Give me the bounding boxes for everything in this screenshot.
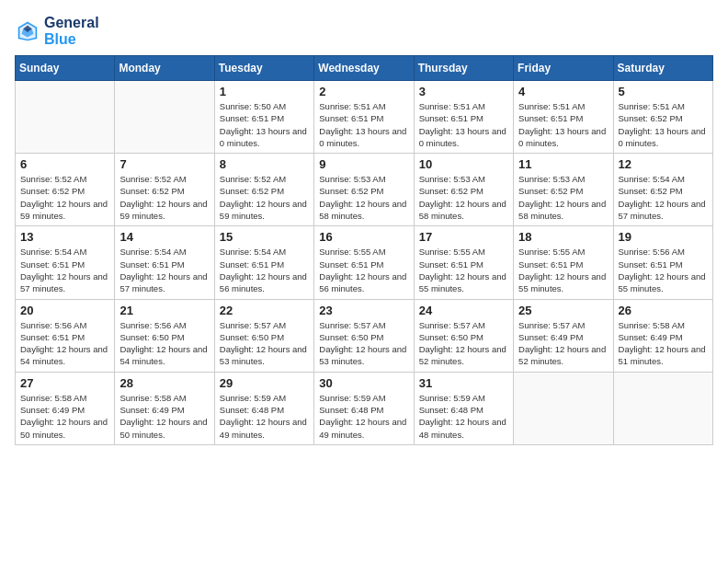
calendar-cell: 5Sunrise: 5:51 AM Sunset: 6:52 PM Daylig… (613, 81, 712, 154)
day-number: 23 (319, 304, 408, 317)
calendar-cell: 1Sunrise: 5:50 AM Sunset: 6:51 PM Daylig… (214, 81, 313, 154)
day-number: 24 (419, 304, 508, 317)
calendar-cell: 21Sunrise: 5:56 AM Sunset: 6:50 PM Dayli… (115, 299, 214, 372)
day-info: Sunrise: 5:59 AM Sunset: 6:48 PM Dayligh… (319, 392, 408, 441)
day-number: 21 (119, 304, 209, 317)
day-number: 8 (220, 157, 309, 171)
day-info: Sunrise: 5:52 AM Sunset: 6:52 PM Dayligh… (220, 173, 309, 222)
calendar-cell: 30Sunrise: 5:59 AM Sunset: 6:48 PM Dayli… (314, 372, 414, 444)
day-number: 28 (119, 376, 209, 390)
day-info: Sunrise: 5:51 AM Sunset: 6:51 PM Dayligh… (419, 100, 508, 149)
calendar-cell: 2Sunrise: 5:51 AM Sunset: 6:51 PM Daylig… (314, 81, 414, 154)
calendar-cell: 20Sunrise: 5:56 AM Sunset: 6:51 PM Dayli… (16, 299, 115, 372)
calendar-cell: 27Sunrise: 5:58 AM Sunset: 6:49 PM Dayli… (16, 372, 115, 444)
day-number: 2 (319, 85, 408, 98)
day-info: Sunrise: 5:57 AM Sunset: 6:50 PM Dayligh… (419, 319, 508, 368)
calendar-cell: 31Sunrise: 5:59 AM Sunset: 6:48 PM Dayli… (414, 372, 513, 444)
day-number: 6 (20, 157, 109, 171)
page-header: General Blue (15, 15, 713, 48)
day-info: Sunrise: 5:51 AM Sunset: 6:52 PM Dayligh… (619, 100, 708, 149)
column-header-tuesday: Tuesday (214, 56, 313, 81)
calendar-cell (16, 81, 115, 154)
day-number: 15 (220, 230, 309, 244)
logo-blue: Blue (44, 31, 99, 48)
day-number: 12 (619, 157, 708, 171)
day-number: 27 (20, 376, 109, 390)
day-number: 4 (518, 85, 608, 98)
day-number: 5 (619, 85, 708, 98)
day-number: 14 (119, 230, 209, 244)
calendar-cell: 8Sunrise: 5:52 AM Sunset: 6:52 PM Daylig… (214, 154, 313, 226)
day-number: 30 (319, 376, 408, 390)
calendar-cell: 6Sunrise: 5:52 AM Sunset: 6:52 PM Daylig… (16, 154, 115, 226)
day-info: Sunrise: 5:59 AM Sunset: 6:48 PM Dayligh… (220, 392, 309, 441)
calendar-cell: 3Sunrise: 5:51 AM Sunset: 6:51 PM Daylig… (414, 81, 513, 154)
day-info: Sunrise: 5:51 AM Sunset: 6:51 PM Dayligh… (518, 100, 608, 149)
calendar-week-row: 6Sunrise: 5:52 AM Sunset: 6:52 PM Daylig… (16, 154, 713, 226)
calendar-cell: 14Sunrise: 5:54 AM Sunset: 6:51 PM Dayli… (115, 226, 214, 299)
day-info: Sunrise: 5:58 AM Sunset: 6:49 PM Dayligh… (619, 319, 708, 368)
day-info: Sunrise: 5:55 AM Sunset: 6:51 PM Dayligh… (319, 246, 408, 294)
day-info: Sunrise: 5:56 AM Sunset: 6:50 PM Dayligh… (119, 319, 209, 368)
calendar-cell: 19Sunrise: 5:56 AM Sunset: 6:51 PM Dayli… (613, 226, 712, 299)
day-number: 13 (20, 230, 109, 244)
calendar-week-row: 1Sunrise: 5:50 AM Sunset: 6:51 PM Daylig… (16, 81, 713, 154)
day-number: 11 (518, 157, 608, 171)
day-number: 16 (319, 230, 408, 244)
column-header-wednesday: Wednesday (314, 56, 414, 81)
calendar-week-row: 20Sunrise: 5:56 AM Sunset: 6:51 PM Dayli… (16, 299, 713, 372)
calendar-cell (115, 81, 214, 154)
day-number: 31 (419, 376, 508, 390)
calendar-cell: 12Sunrise: 5:54 AM Sunset: 6:52 PM Dayli… (613, 154, 712, 226)
day-number: 10 (419, 157, 508, 171)
day-info: Sunrise: 5:56 AM Sunset: 6:51 PM Dayligh… (20, 319, 109, 368)
calendar-cell: 18Sunrise: 5:55 AM Sunset: 6:51 PM Dayli… (514, 226, 613, 299)
calendar-cell: 15Sunrise: 5:54 AM Sunset: 6:51 PM Dayli… (214, 226, 313, 299)
day-info: Sunrise: 5:53 AM Sunset: 6:52 PM Dayligh… (518, 173, 608, 222)
day-info: Sunrise: 5:50 AM Sunset: 6:51 PM Dayligh… (220, 100, 309, 149)
day-info: Sunrise: 5:54 AM Sunset: 6:51 PM Dayligh… (119, 246, 209, 294)
day-info: Sunrise: 5:58 AM Sunset: 6:49 PM Dayligh… (20, 392, 109, 441)
calendar-cell: 16Sunrise: 5:55 AM Sunset: 6:51 PM Dayli… (314, 226, 414, 299)
day-info: Sunrise: 5:53 AM Sunset: 6:52 PM Dayligh… (319, 173, 408, 222)
day-info: Sunrise: 5:57 AM Sunset: 6:49 PM Dayligh… (518, 319, 608, 368)
day-number: 26 (619, 304, 708, 317)
day-info: Sunrise: 5:53 AM Sunset: 6:52 PM Dayligh… (419, 173, 508, 222)
day-number: 22 (220, 304, 309, 317)
day-info: Sunrise: 5:54 AM Sunset: 6:52 PM Dayligh… (619, 173, 708, 222)
calendar-cell: 7Sunrise: 5:52 AM Sunset: 6:52 PM Daylig… (115, 154, 214, 226)
day-info: Sunrise: 5:57 AM Sunset: 6:50 PM Dayligh… (220, 319, 309, 368)
day-number: 1 (220, 85, 309, 98)
column-header-thursday: Thursday (414, 56, 513, 81)
column-header-sunday: Sunday (16, 56, 115, 81)
day-info: Sunrise: 5:56 AM Sunset: 6:51 PM Dayligh… (619, 246, 708, 294)
day-number: 17 (419, 230, 508, 244)
logo-general: General (44, 15, 99, 31)
day-info: Sunrise: 5:52 AM Sunset: 6:52 PM Dayligh… (119, 173, 209, 222)
calendar-cell: 23Sunrise: 5:57 AM Sunset: 6:50 PM Dayli… (314, 299, 414, 372)
calendar-cell: 24Sunrise: 5:57 AM Sunset: 6:50 PM Dayli… (414, 299, 513, 372)
day-number: 29 (220, 376, 309, 390)
calendar-cell: 11Sunrise: 5:53 AM Sunset: 6:52 PM Dayli… (514, 154, 613, 226)
logo: General Blue (15, 15, 99, 48)
day-info: Sunrise: 5:54 AM Sunset: 6:51 PM Dayligh… (220, 246, 309, 294)
calendar-cell: 9Sunrise: 5:53 AM Sunset: 6:52 PM Daylig… (314, 154, 414, 226)
calendar-cell: 29Sunrise: 5:59 AM Sunset: 6:48 PM Dayli… (214, 372, 313, 444)
day-number: 25 (518, 304, 608, 317)
day-number: 20 (20, 304, 109, 317)
day-info: Sunrise: 5:55 AM Sunset: 6:51 PM Dayligh… (518, 246, 608, 294)
column-header-saturday: Saturday (613, 56, 712, 81)
logo-icon (15, 18, 40, 44)
day-info: Sunrise: 5:55 AM Sunset: 6:51 PM Dayligh… (419, 246, 508, 294)
day-info: Sunrise: 5:57 AM Sunset: 6:50 PM Dayligh… (319, 319, 408, 368)
calendar-cell: 26Sunrise: 5:58 AM Sunset: 6:49 PM Dayli… (613, 299, 712, 372)
calendar-header-row: SundayMondayTuesdayWednesdayThursdayFrid… (16, 56, 713, 81)
day-number: 9 (319, 157, 408, 171)
calendar-cell: 17Sunrise: 5:55 AM Sunset: 6:51 PM Dayli… (414, 226, 513, 299)
day-info: Sunrise: 5:58 AM Sunset: 6:49 PM Dayligh… (119, 392, 209, 441)
calendar-week-row: 13Sunrise: 5:54 AM Sunset: 6:51 PM Dayli… (16, 226, 713, 299)
calendar-cell (613, 372, 712, 444)
calendar-week-row: 27Sunrise: 5:58 AM Sunset: 6:49 PM Dayli… (16, 372, 713, 444)
calendar-cell: 25Sunrise: 5:57 AM Sunset: 6:49 PM Dayli… (514, 299, 613, 372)
calendar-cell: 22Sunrise: 5:57 AM Sunset: 6:50 PM Dayli… (214, 299, 313, 372)
